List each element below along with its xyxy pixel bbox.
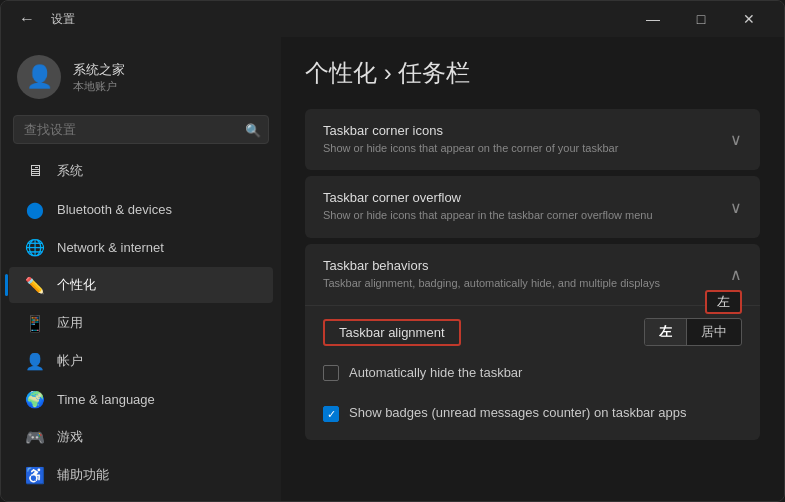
- behaviors-content: Taskbar alignment 左 左 居中: [305, 306, 760, 440]
- sidebar-item-personalization-label: 个性化: [57, 276, 96, 294]
- corner-overflow-card: Taskbar corner overflow Show or hide ico…: [305, 176, 760, 237]
- corner-overflow-desc: Show or hide icons that appear in the ta…: [323, 208, 718, 223]
- corner-overflow-chevron: ∨: [730, 198, 742, 217]
- sidebar-item-network-label: Network & internet: [57, 240, 164, 255]
- corner-icons-chevron: ∨: [730, 130, 742, 149]
- user-name: 系统之家: [73, 61, 125, 79]
- corner-icons-card: Taskbar corner icons Show or hide icons …: [305, 109, 760, 170]
- user-section[interactable]: 👤 系统之家 本地账户: [1, 45, 281, 115]
- personalization-icon: ✏️: [25, 275, 45, 295]
- title-bar-left: ← 设置: [13, 5, 75, 33]
- avatar: 👤: [17, 55, 61, 99]
- behaviors-header[interactable]: Taskbar behaviors Taskbar alignment, bad…: [305, 244, 760, 306]
- network-icon: 🌐: [25, 237, 45, 257]
- search-box: 🔍: [13, 115, 269, 144]
- user-account: 本地账户: [73, 79, 125, 94]
- alignment-row: Taskbar alignment 左 左 居中: [323, 318, 742, 346]
- title-bar: ← 设置 — □ ✕: [1, 1, 784, 37]
- corner-overflow-info: Taskbar corner overflow Show or hide ico…: [323, 190, 718, 223]
- zuo-highlight: 左: [705, 290, 742, 314]
- sidebar-item-system-label: 系统: [57, 162, 83, 180]
- system-icon: 🖥: [25, 161, 45, 181]
- behaviors-card: Taskbar behaviors Taskbar alignment, bad…: [305, 244, 760, 440]
- autohide-checkbox[interactable]: [323, 365, 339, 381]
- title-bar-controls: — □ ✕: [630, 3, 772, 35]
- sidebar-item-gaming[interactable]: 🎮 游戏: [9, 419, 273, 455]
- corner-overflow-item[interactable]: Taskbar corner overflow Show or hide ico…: [305, 176, 760, 237]
- gaming-icon: 🎮: [25, 427, 45, 447]
- sidebar-item-apps-label: 应用: [57, 314, 83, 332]
- apps-icon: 📱: [25, 313, 45, 333]
- alignment-option-left[interactable]: 左: [645, 319, 686, 345]
- alignment-dropdown: 左 居中: [644, 318, 742, 346]
- sidebar-item-accessibility-label: 辅助功能: [57, 466, 109, 484]
- accessibility-icon: ♿: [25, 465, 45, 485]
- sidebar-item-apps[interactable]: 📱 应用: [9, 305, 273, 341]
- behaviors-desc: Taskbar alignment, badging, automaticall…: [323, 276, 718, 291]
- sidebar-item-bluetooth-label: Bluetooth & devices: [57, 202, 172, 217]
- showbadges-label: Show badges (unread messages counter) on…: [349, 405, 686, 420]
- close-button[interactable]: ✕: [726, 3, 772, 35]
- sidebar: 👤 系统之家 本地账户 🔍 🖥 系统 ⬤ Bluetooth & devices: [1, 37, 281, 501]
- sidebar-item-system[interactable]: 🖥 系统: [9, 153, 273, 189]
- sidebar-item-bluetooth[interactable]: ⬤ Bluetooth & devices: [9, 191, 273, 227]
- corner-icons-item[interactable]: Taskbar corner icons Show or hide icons …: [305, 109, 760, 170]
- corner-icons-title: Taskbar corner icons: [323, 123, 718, 138]
- behaviors-title: Taskbar behaviors: [323, 258, 718, 273]
- behaviors-chevron: ∧: [730, 265, 742, 284]
- bluetooth-icon: ⬤: [25, 199, 45, 219]
- accounts-icon: 👤: [25, 351, 45, 371]
- back-button[interactable]: ←: [13, 5, 41, 33]
- corner-icons-desc: Show or hide icons that appear on the co…: [323, 141, 718, 156]
- sidebar-item-accounts[interactable]: 👤 帐户: [9, 343, 273, 379]
- settings-window: ← 设置 — □ ✕ 👤 系统之家 本地账户 🔍: [0, 0, 785, 502]
- search-icon: 🔍: [245, 122, 261, 137]
- sidebar-item-time[interactable]: 🌍 Time & language: [9, 381, 273, 417]
- page-title: 个性化 › 任务栏: [305, 57, 760, 89]
- search-input[interactable]: [13, 115, 269, 144]
- sidebar-item-time-label: Time & language: [57, 392, 155, 407]
- showbadges-row: ✓ Show badges (unread messages counter) …: [323, 399, 742, 428]
- minimize-button[interactable]: —: [630, 3, 676, 35]
- time-icon: 🌍: [25, 389, 45, 409]
- behaviors-info: Taskbar behaviors Taskbar alignment, bad…: [323, 258, 718, 291]
- autohide-label: Automatically hide the taskbar: [349, 365, 522, 380]
- corner-overflow-title: Taskbar corner overflow: [323, 190, 718, 205]
- sidebar-item-accessibility[interactable]: ♿ 辅助功能: [9, 457, 273, 493]
- window-title: 设置: [51, 11, 75, 28]
- content-area: 👤 系统之家 本地账户 🔍 🖥 系统 ⬤ Bluetooth & devices: [1, 37, 784, 501]
- sidebar-item-network[interactable]: 🌐 Network & internet: [9, 229, 273, 265]
- maximize-button[interactable]: □: [678, 3, 724, 35]
- corner-icons-info: Taskbar corner icons Show or hide icons …: [323, 123, 718, 156]
- alignment-option-center[interactable]: 居中: [687, 319, 741, 345]
- taskbar-alignment-label[interactable]: Taskbar alignment: [323, 319, 461, 346]
- autohide-row: Automatically hide the taskbar: [323, 358, 742, 387]
- sidebar-item-gaming-label: 游戏: [57, 428, 83, 446]
- sidebar-item-accounts-label: 帐户: [57, 352, 83, 370]
- sidebar-item-personalization[interactable]: ✏️ 个性化: [9, 267, 273, 303]
- showbadges-checkbox[interactable]: ✓: [323, 406, 339, 422]
- main-content: 个性化 › 任务栏 Taskbar corner icons Show or h…: [281, 37, 784, 501]
- user-info: 系统之家 本地账户: [73, 61, 125, 94]
